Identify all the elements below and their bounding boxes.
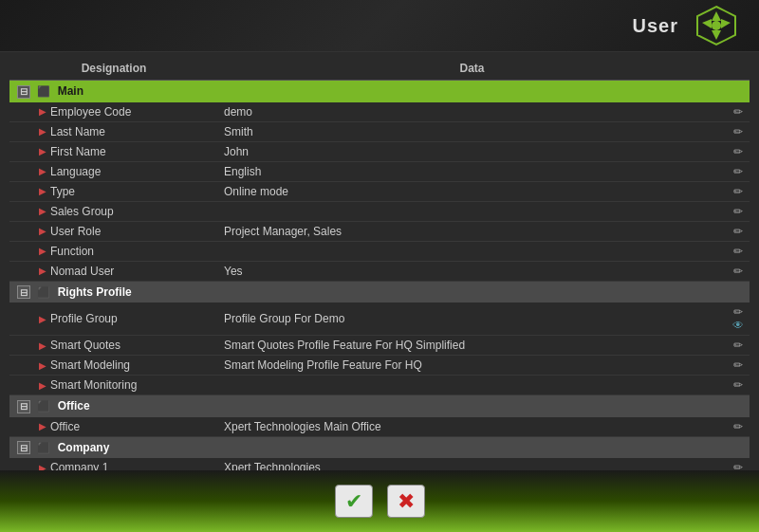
section-office: ⊟ ⬛ Office [9, 395, 750, 417]
edit-cell: ✏ [726, 161, 750, 181]
edit-icon[interactable]: ✏ [733, 225, 743, 238]
section-rights-profile: ⊟ ⬛ Rights Profile [9, 281, 750, 303]
edit-icon[interactable]: ✏ [733, 378, 743, 392]
table-row: ▶ User Role Project Manager, Sales✏ [9, 221, 750, 241]
main-content: Designation Data ⊟ ⬛ Main ▶ Employee Cod… [0, 52, 759, 532]
table-row: ▶ Nomad User Yes✏ [9, 261, 750, 281]
data-cell [218, 241, 726, 261]
edit-cell: ✏ [726, 241, 750, 261]
designation-text: Type [50, 185, 75, 198]
table-row: ▶ Office Xpert Technologies Main Office✏ [9, 417, 750, 437]
row-expand-icon[interactable]: ▶ [39, 463, 46, 471]
edit-cell: ✏ [726, 458, 750, 470]
edit-cell: ✏ [726, 102, 750, 122]
edit-icon[interactable]: ✏ [733, 305, 743, 319]
row-expand-icon[interactable]: ▶ [39, 246, 46, 256]
edit-icon[interactable]: ✏ [733, 165, 743, 178]
svg-marker-2 [712, 30, 721, 40]
collapse-company[interactable]: ⊟ [17, 441, 30, 454]
collapse-rights-profile[interactable]: ⊟ [17, 285, 30, 299]
row-expand-icon[interactable]: ▶ [39, 146, 46, 156]
data-cell [218, 201, 726, 221]
section-label-company: Company [58, 441, 110, 454]
table-row: ▶ Profile Group Profile Group For Demo✏ … [9, 303, 750, 336]
table-row: ▶ Last Name Smith✏ [9, 121, 750, 141]
designation-text: Language [50, 165, 101, 178]
designation-text: Last Name [50, 125, 105, 138]
edit-icon[interactable]: ✏ [733, 145, 743, 158]
data-cell: Profile Group For Demo [218, 303, 726, 336]
edit-cell: ✏ [726, 417, 750, 437]
confirm-icon: ✔ [345, 489, 362, 514]
table-row: ▶ Function ✏ [9, 241, 750, 261]
designation-text: Smart Quotes [50, 339, 120, 352]
edit-cell: ✏ [726, 221, 750, 241]
logo-icon [693, 2, 740, 49]
edit-cell: ✏ [726, 181, 750, 201]
svg-point-5 [712, 21, 721, 30]
section-company: ⊟ ⬛ Company [9, 436, 750, 458]
table-row: ▶ First Name John✏ [9, 141, 750, 161]
row-expand-icon[interactable]: ▶ [39, 206, 46, 216]
designation-text: Employee Code [50, 105, 131, 119]
edit-cell: ✏ [726, 356, 750, 376]
edit-icon[interactable]: ✏ [733, 265, 743, 278]
edit-icon[interactable]: ✏ [733, 185, 743, 198]
table-row: ▶ Smart Quotes Smart Quotes Profile Feat… [9, 336, 750, 356]
row-expand-icon[interactable]: ▶ [39, 166, 46, 176]
edit-icon[interactable]: ✏ [733, 358, 743, 372]
col-header-edit [726, 57, 750, 81]
table-row: ▶ Company 1 Xpert Technologies✏ [9, 458, 750, 470]
edit-icon[interactable]: ✏ [733, 339, 743, 352]
table-row: ▶ Employee Code demo✏ [9, 102, 750, 122]
row-expand-icon[interactable]: ▶ [39, 314, 46, 324]
row-expand-icon[interactable]: ▶ [39, 226, 46, 236]
section-icon-main: ⬛ [37, 85, 50, 97]
page-title: User [633, 15, 678, 37]
col-header-designation: Designation [9, 57, 218, 81]
collapse-main[interactable]: ⊟ [17, 85, 30, 99]
designation-text: Profile Group [50, 312, 118, 325]
data-cell: Xpert Technologies Main Office [218, 417, 726, 437]
collapse-office[interactable]: ⊟ [17, 400, 30, 413]
data-cell: Project Manager, Sales [218, 221, 726, 241]
designation-text: First Name [50, 145, 106, 158]
section-label-office: Office [58, 399, 90, 413]
extra-icon[interactable]: 👁 [732, 319, 744, 332]
row-expand-icon[interactable]: ▶ [39, 106, 46, 117]
table-row: ▶ Language English✏ [9, 161, 750, 181]
designation-text: Company 1 [50, 461, 108, 470]
edit-cell: ✏ [726, 121, 750, 141]
designation-text: Sales Group [50, 205, 114, 218]
data-cell: Yes [218, 261, 726, 281]
edit-icon[interactable]: ✏ [733, 245, 743, 258]
edit-icon[interactable]: ✏ [733, 461, 743, 470]
row-expand-icon[interactable]: ▶ [39, 421, 46, 431]
row-expand-icon[interactable]: ▶ [39, 380, 46, 391]
cancel-icon: ✖ [398, 489, 415, 514]
section-main: ⊟ ⬛ Main [9, 81, 750, 102]
row-expand-icon[interactable]: ▶ [39, 126, 46, 137]
edit-icon[interactable]: ✏ [733, 420, 743, 433]
table-area[interactable]: Designation Data ⊟ ⬛ Main ▶ Employee Cod… [0, 52, 759, 470]
row-expand-icon[interactable]: ▶ [39, 186, 46, 196]
cancel-button[interactable]: ✖ [387, 485, 425, 518]
edit-icon[interactable]: ✏ [733, 105, 743, 119]
data-cell: Smart Quotes Profile Feature For HQ Simp… [218, 336, 726, 356]
edit-cell: ✏ [726, 336, 750, 356]
edit-icon[interactable]: ✏ [733, 205, 743, 218]
section-icon-company: ⬛ [37, 442, 50, 453]
row-expand-icon[interactable]: ▶ [39, 266, 46, 276]
edit-cell: ✏ 👁 [726, 303, 750, 336]
data-cell: Smart Modeling Profile Feature For HQ [218, 356, 726, 376]
table-row: ▶ Type Online mode✏ [9, 181, 750, 201]
table-row: ▶ Sales Group ✏ [9, 201, 750, 221]
row-expand-icon[interactable]: ▶ [39, 360, 46, 371]
edit-cell: ✏ [726, 261, 750, 281]
data-cell [218, 376, 726, 395]
edit-icon[interactable]: ✏ [733, 125, 743, 138]
designation-text: Smart Monitoring [50, 378, 137, 392]
edit-cell: ✏ [726, 376, 750, 395]
confirm-button[interactable]: ✔ [335, 485, 373, 518]
row-expand-icon[interactable]: ▶ [39, 340, 46, 351]
